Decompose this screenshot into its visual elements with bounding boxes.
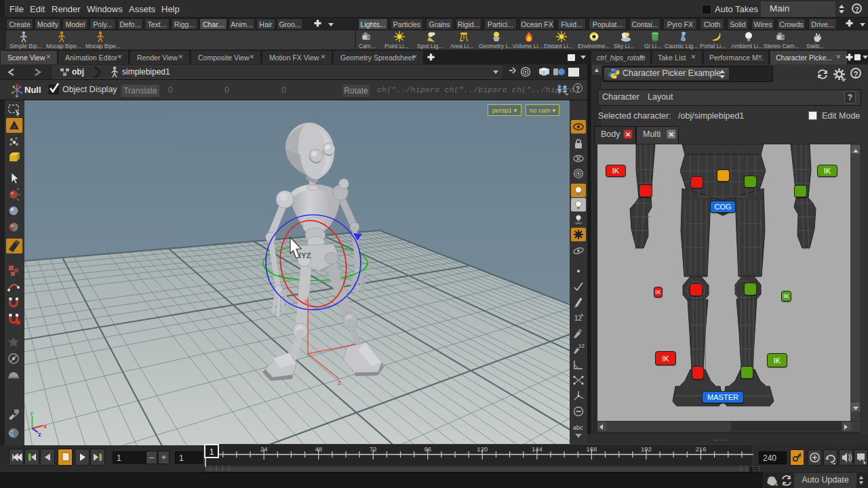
svg-text:192: 192 [641,445,652,453]
svg-text:120: 120 [477,445,488,453]
svg-text:48: 48 [315,445,322,453]
svg-text:12: 12 [578,343,585,349]
svg-text:72: 72 [370,445,377,453]
svg-text:y: y [30,409,33,416]
svg-text:z: z [338,379,341,386]
svg-text:1: 1 [210,447,214,457]
svg-text:abc: abc [573,424,583,431]
svg-text:168: 168 [586,445,597,453]
svg-text:216: 216 [696,445,707,453]
svg-text:x: x [43,423,47,430]
svg-text:y: y [304,298,308,305]
svg-text:z: z [38,431,41,438]
svg-text:96: 96 [425,445,432,453]
svg-text:144: 144 [532,445,542,453]
svg-text:24: 24 [260,445,268,453]
svg-text:12: 12 [574,314,583,322]
